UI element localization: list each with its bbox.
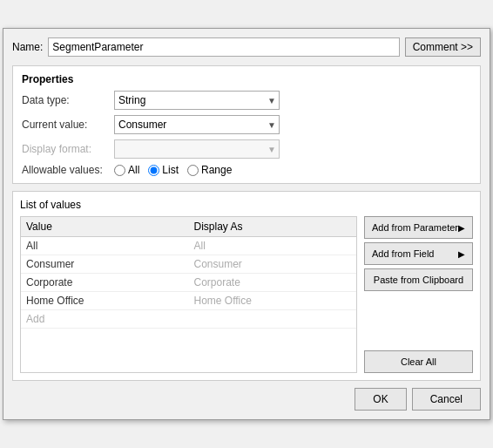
properties-section: Properties Data type: String Integer Flo… (12, 65, 481, 184)
comment-button[interactable]: Comment >> (405, 37, 481, 57)
radio-range[interactable]: Range (187, 164, 232, 176)
name-input[interactable] (48, 37, 399, 57)
add-from-field-label: Add from Field (372, 248, 435, 259)
value-cell: Corporate (21, 274, 188, 292)
display-as-cell: All (188, 237, 355, 255)
paste-from-clipboard-button[interactable]: Paste from Clipboard (364, 268, 473, 291)
data-type-row: Data type: String Integer Float Boolean … (22, 91, 471, 110)
paste-from-clipboard-label: Paste from Clipboard (374, 275, 463, 285)
value-cell: All (21, 237, 188, 255)
table-header-row: Value Display As (21, 217, 356, 237)
value-cell: Consumer (21, 255, 188, 274)
add-from-field-arrow-icon: ▶ (458, 249, 465, 259)
clear-all-label: Clear All (401, 356, 436, 367)
display-format-select-wrapper: ▼ (114, 139, 280, 159)
allowable-values-label: Allowable values: (22, 164, 109, 176)
list-area: Value Display As All All Consumer Consum… (20, 216, 473, 373)
current-value-row: Current value: All Consumer Corporate Ho… (22, 115, 471, 134)
name-label: Name: (12, 41, 43, 53)
add-cell: Add (21, 310, 188, 329)
add-from-parameter-button[interactable]: Add from Parameter ▶ (364, 216, 473, 239)
display-format-label: Display format: (22, 143, 109, 155)
data-type-select-wrapper: String Integer Float Boolean Date ▼ (114, 91, 280, 110)
current-value-select[interactable]: All Consumer Corporate Home Office (114, 115, 280, 134)
table-row[interactable]: Consumer Consumer (21, 255, 356, 274)
display-format-row: Display format: ▼ (22, 139, 471, 159)
table-row[interactable]: All All (21, 237, 356, 255)
table-row[interactable]: Home Office Home Office (21, 292, 356, 310)
list-table: Value Display As All All Consumer Consum… (21, 217, 356, 329)
radio-all-label: All (128, 164, 139, 176)
add-row[interactable]: Add (21, 310, 356, 329)
properties-title: Properties (22, 73, 471, 85)
table-row[interactable]: Corporate Corporate (21, 274, 356, 292)
allowable-values-radio-group: All List Range (114, 164, 232, 176)
allowable-values-row: Allowable values: All List Range (22, 164, 471, 176)
cancel-button[interactable]: Cancel (412, 388, 481, 411)
name-row: Name: Comment >> (12, 37, 481, 57)
display-as-cell: Corporate (188, 274, 355, 292)
display-as-cell: Home Office (188, 292, 355, 310)
clear-all-button[interactable]: Clear All (364, 350, 473, 373)
col-display-header: Display As (188, 217, 355, 237)
list-section-title: List of values (20, 199, 473, 211)
list-table-container: Value Display As All All Consumer Consum… (20, 216, 357, 373)
list-section: List of values Value Display As All All (12, 191, 481, 381)
dialog: Name: Comment >> Properties Data type: S… (3, 28, 490, 420)
value-cell: Home Office (21, 292, 188, 310)
data-type-select[interactable]: String Integer Float Boolean Date (114, 91, 280, 110)
radio-list[interactable]: List (148, 164, 179, 176)
list-buttons: Add from Parameter ▶ Add from Field ▶ Pa… (364, 216, 473, 373)
radio-range-input[interactable] (187, 165, 199, 176)
radio-list-input[interactable] (148, 165, 159, 176)
add-from-parameter-label: Add from Parameter (372, 222, 458, 233)
data-type-label: Data type: (22, 94, 109, 106)
add-from-parameter-arrow-icon: ▶ (458, 223, 465, 233)
display-as-cell: Consumer (188, 255, 355, 274)
current-value-select-wrapper: All Consumer Corporate Home Office ▼ (114, 115, 280, 134)
footer-buttons: OK Cancel (12, 388, 481, 411)
radio-list-label: List (162, 164, 179, 176)
add-from-field-button[interactable]: Add from Field ▶ (364, 242, 473, 265)
ok-button[interactable]: OK (355, 388, 406, 411)
display-format-select (114, 139, 280, 159)
radio-all-input[interactable] (114, 165, 125, 176)
col-value-header: Value (21, 217, 188, 237)
current-value-label: Current value: (22, 119, 109, 131)
radio-all[interactable]: All (114, 164, 139, 176)
button-spacer (364, 295, 473, 347)
radio-range-label: Range (201, 164, 232, 176)
